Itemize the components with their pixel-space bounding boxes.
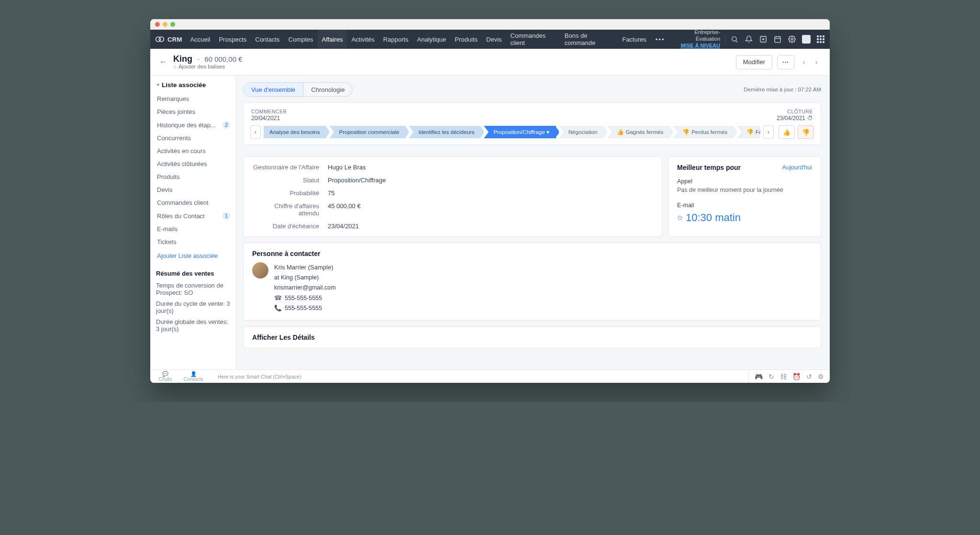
modify-button[interactable]: Modifier bbox=[736, 55, 772, 69]
stages-scroll-right[interactable]: › bbox=[763, 125, 774, 139]
bell-icon[interactable] bbox=[745, 35, 753, 44]
prev-record-icon[interactable]: ‹ bbox=[799, 58, 809, 67]
stage-item[interactable]: Négociation bbox=[559, 126, 604, 138]
svg-point-1 bbox=[159, 37, 164, 42]
contacts-icon: 👤 bbox=[190, 371, 197, 377]
sidebar-item-concurrents[interactable]: Concurrents bbox=[156, 132, 231, 145]
contact-avatar[interactable] bbox=[252, 262, 268, 279]
nav-activites[interactable]: Activités bbox=[347, 30, 379, 49]
tab-timeline[interactable]: Chronologie bbox=[303, 83, 352, 96]
nav-more-icon[interactable]: ••• bbox=[651, 30, 670, 49]
main-nav: Accueil Prospects Contacts Comptes Affai… bbox=[186, 30, 670, 49]
bottom-chats[interactable]: 💬 Chats bbox=[159, 371, 172, 382]
sidebar-item-tickets[interactable]: Tickets bbox=[156, 235, 231, 248]
best-time-today-link[interactable]: Aujourd'hui bbox=[782, 164, 812, 171]
contact-phone2[interactable]: 555-555-5555 bbox=[285, 305, 322, 312]
sidebar-item-activites-cours[interactable]: Activités en cours bbox=[156, 145, 231, 157]
svg-rect-7 bbox=[775, 37, 780, 43]
nav-factures[interactable]: Factures bbox=[618, 30, 651, 49]
stage-item[interactable]: Identifiez les décideurs bbox=[409, 126, 481, 138]
vote-up-button[interactable]: 👍 bbox=[779, 125, 795, 139]
last-updated-text: Dernière mise à jour : 07:22 AM bbox=[744, 87, 821, 92]
kv-label: Statut bbox=[252, 177, 319, 184]
contact-name[interactable]: Kris Marrier (Sample) bbox=[274, 262, 336, 273]
nav-comptes[interactable]: Comptes bbox=[284, 30, 318, 49]
gear-icon[interactable] bbox=[788, 35, 796, 44]
alarm-icon[interactable]: ⏰ bbox=[792, 373, 801, 380]
sidebar-item-remarques[interactable]: Remarques bbox=[156, 92, 231, 105]
kv-label: Probabilité bbox=[252, 189, 319, 197]
stage-item-active[interactable]: Proposition/Chiffrage ▾ bbox=[484, 126, 556, 138]
add-tag-link[interactable]: ⌂ Ajouter des balises bbox=[173, 64, 243, 70]
stage-chevrons: Analyse des besoins Proposition commerci… bbox=[264, 125, 760, 139]
search-icon[interactable] bbox=[730, 35, 739, 44]
history-icon[interactable]: ↺ bbox=[806, 373, 812, 380]
nav-affaires[interactable]: Affaires bbox=[318, 30, 347, 49]
sidebar-add-list-link[interactable]: Ajouter Liste associée bbox=[156, 248, 231, 263]
maximize-window-icon[interactable] bbox=[170, 22, 175, 27]
gamepad-icon[interactable]: 🎮 bbox=[755, 373, 763, 380]
sidebar-item-roles-contact[interactable]: Rôles du Contact1 bbox=[156, 209, 231, 223]
bottom-contacts[interactable]: 👤 Contacts bbox=[183, 371, 203, 382]
stage-start-label: COMMENCER bbox=[251, 109, 287, 114]
nav-produits[interactable]: Produits bbox=[450, 30, 482, 49]
sidebar-item-produits[interactable]: Produits bbox=[156, 170, 231, 183]
settings-small-icon[interactable]: ⚙ bbox=[818, 373, 824, 380]
record-pager: ‹ › bbox=[799, 58, 821, 67]
back-arrow-icon[interactable]: ← bbox=[159, 57, 167, 67]
top-nav-bar: CRM Accueil Prospects Contacts Comptes A… bbox=[150, 30, 830, 49]
contact-phone1[interactable]: 555-555-5555 bbox=[285, 295, 322, 301]
upgrade-link[interactable]: MISE À NIVEAU bbox=[669, 43, 720, 49]
nav-contacts[interactable]: Contacts bbox=[251, 30, 284, 49]
stage-item[interactable]: 👍Gagnés fermés bbox=[607, 126, 670, 138]
view-tabs: Vue d'ensemble Chronologie bbox=[243, 82, 353, 97]
nav-prospects[interactable]: Prospects bbox=[214, 30, 251, 49]
nav-bons[interactable]: Bons de commande bbox=[560, 30, 618, 49]
minimize-window-icon[interactable] bbox=[163, 22, 167, 27]
collapse-icon[interactable]: ▸ bbox=[156, 82, 159, 88]
close-window-icon[interactable] bbox=[155, 22, 160, 27]
mac-titlebar bbox=[150, 19, 830, 30]
nav-rapports[interactable]: Rapports bbox=[379, 30, 413, 49]
next-record-icon[interactable]: › bbox=[812, 58, 821, 67]
sidebar-item-historique[interactable]: Historique des étap...2 bbox=[156, 118, 231, 132]
deal-expected-revenue: 45 000,00 € bbox=[328, 202, 653, 217]
nav-analytique[interactable]: Analytique bbox=[413, 30, 451, 49]
more-actions-button[interactable]: ··· bbox=[777, 55, 794, 69]
stage-item[interactable]: 👎Fermé-Perdu à la concurrence bbox=[737, 126, 760, 138]
app-window: CRM Accueil Prospects Contacts Comptes A… bbox=[150, 19, 830, 383]
calendar-icon[interactable] bbox=[773, 35, 782, 44]
add-icon[interactable] bbox=[759, 35, 768, 44]
avatar[interactable] bbox=[802, 35, 811, 44]
stage-item[interactable]: 👎Perdus fermés bbox=[673, 126, 734, 138]
sidebar-item-emails[interactable]: E-mails bbox=[156, 223, 231, 235]
sidebar: ▸ Liste associée Remarques Pièces jointe… bbox=[150, 76, 236, 369]
svg-line-3 bbox=[736, 41, 737, 42]
contact-email[interactable]: krismarrier@gmail.com bbox=[274, 283, 336, 293]
show-details-card[interactable]: Afficher Les Détails bbox=[243, 326, 821, 348]
brand[interactable]: CRM bbox=[155, 34, 186, 44]
stage-item[interactable]: Analyse des besoins bbox=[264, 126, 326, 138]
refresh-icon[interactable]: ↻ bbox=[768, 373, 774, 380]
sidebar-title: ▸ Liste associée bbox=[156, 81, 231, 92]
sidebar-item-activites-cloturees[interactable]: Activités clôturées bbox=[156, 157, 231, 170]
badge-count: 1 bbox=[223, 212, 230, 220]
best-time-email-value: ✩ 10:30 matin bbox=[677, 212, 812, 224]
sidebar-item-pieces-jointes[interactable]: Pièces jointes bbox=[156, 105, 231, 118]
sidebar-item-devis[interactable]: Devis bbox=[156, 183, 231, 196]
apps-grid-icon[interactable] bbox=[816, 35, 825, 44]
best-time-card: Meilleur temps pour Aujourd'hui Appel Pa… bbox=[668, 156, 821, 237]
nav-commandes[interactable]: Commandes client bbox=[506, 30, 560, 49]
sidebar-item-commandes[interactable]: Commandes client bbox=[156, 196, 231, 209]
smart-chat-hint[interactable]: Here is your Smart Chat (Ctrl+Space) bbox=[218, 374, 301, 379]
stage-item[interactable]: Proposition commerciale bbox=[329, 126, 406, 138]
stages-scroll-left[interactable]: ‹ bbox=[250, 125, 261, 139]
stage-close-label: CLÔTURE bbox=[777, 109, 813, 114]
thumbs-down-icon: 👎 bbox=[746, 129, 754, 135]
people-icon[interactable]: ⛓ bbox=[780, 373, 787, 380]
nav-devis[interactable]: Devis bbox=[482, 30, 506, 49]
nav-accueil[interactable]: Accueil bbox=[186, 30, 215, 49]
tab-overview[interactable]: Vue d'ensemble bbox=[244, 83, 303, 96]
stage-start-date: 20/04/2021 bbox=[251, 115, 287, 122]
vote-down-button[interactable]: 👎 bbox=[798, 125, 814, 139]
